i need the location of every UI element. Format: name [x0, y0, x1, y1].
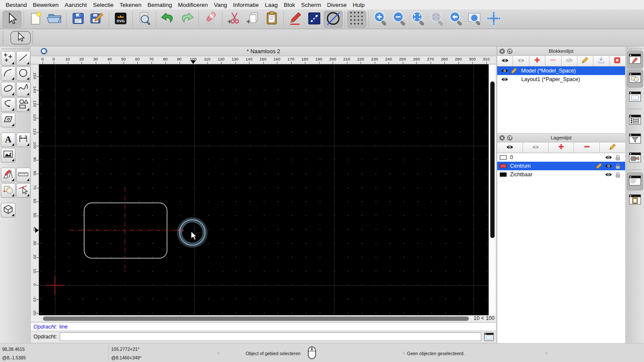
draw-order-button[interactable]: [324, 11, 343, 28]
document-titlebar[interactable]: * Naamloos 2: [31, 46, 496, 56]
shapes-tool-button[interactable]: [16, 97, 31, 112]
lock-icon[interactable]: [613, 154, 623, 161]
block-list-xbox-button[interactable]: [610, 56, 625, 66]
layer-list-eyegray-button[interactable]: [523, 142, 549, 153]
measure-tool-button[interactable]: [16, 168, 31, 182]
select-button[interactable]: [3, 11, 21, 28]
float-panel-button[interactable]: [507, 48, 513, 54]
grid-toggle-button[interactable]: [347, 11, 366, 28]
viewport-toggle-button[interactable]: [627, 149, 643, 167]
palette-handle[interactable]: [2, 48, 29, 49]
layer-list-pencil-button[interactable]: [600, 142, 625, 153]
line-attributes-button[interactable]: [305, 11, 324, 28]
zoom-in-button[interactable]: [371, 11, 390, 28]
zoom-out-button[interactable]: [390, 11, 409, 28]
lock-icon[interactable]: [613, 163, 623, 169]
pan-button[interactable]: [484, 11, 503, 28]
eye-icon[interactable]: [500, 68, 509, 73]
box3d-tool-button[interactable]: [1, 203, 15, 217]
line-tool-button[interactable]: [16, 51, 31, 66]
ellipse-tool-button[interactable]: [1, 82, 15, 97]
hatch-tool-button[interactable]: [1, 113, 15, 127]
vertical-scrollbar[interactable]: [489, 64, 495, 315]
horizontal-scrollbar-thumb[interactable]: [43, 317, 469, 321]
save-as-button[interactable]: [88, 11, 106, 28]
menu-modificeren[interactable]: Modificeren: [175, 2, 211, 8]
modify-delete-tool-button[interactable]: [16, 183, 31, 198]
vertical-scrollbar-thumb[interactable]: [490, 81, 495, 238]
layer-list-item[interactable]: Zichtbaar: [497, 170, 625, 179]
undo-button[interactable]: [158, 11, 177, 28]
command-window-toggle-button[interactable]: [627, 172, 643, 190]
menu-bemating[interactable]: Bemating: [144, 2, 175, 8]
menu-informatie[interactable]: Informatie: [230, 2, 262, 8]
sheet-toggle-button[interactable]: [627, 88, 643, 106]
menu-hulp[interactable]: Hulp: [349, 2, 368, 8]
arc-tool-button[interactable]: [1, 66, 15, 81]
paste-button[interactable]: [262, 11, 281, 28]
menu-blok[interactable]: Blok: [281, 2, 298, 8]
command-input[interactable]: [60, 332, 481, 341]
clipboard-panel-toggle-button[interactable]: [627, 191, 643, 209]
image-tool-button[interactable]: [1, 148, 15, 163]
open-drawing-button[interactable]: [45, 11, 64, 28]
attributes-button[interactable]: [286, 11, 305, 28]
redo-button[interactable]: [177, 11, 196, 28]
delete-button[interactable]: [201, 11, 220, 28]
eye-icon[interactable]: [500, 77, 509, 82]
text-tool-button[interactable]: A: [1, 133, 15, 147]
menu-selectie[interactable]: Selectie: [90, 2, 116, 8]
zoom-window-button[interactable]: [465, 11, 484, 28]
save-button[interactable]: [69, 11, 88, 28]
block-list-ab-button[interactable]: a|b: [562, 56, 577, 66]
float-panel-button[interactable]: [507, 135, 513, 141]
menu-laag[interactable]: Laag: [262, 2, 281, 8]
layer-list-item[interactable]: Centrum: [497, 162, 625, 170]
points-tool-button[interactable]: [1, 51, 15, 66]
menu-aanzicht[interactable]: Aanzicht: [62, 2, 90, 8]
eye-icon[interactable]: [604, 155, 613, 160]
eye-icon[interactable]: [604, 163, 613, 169]
zoom-selection-button[interactable]: [428, 11, 447, 28]
block-list-import-button[interactable]: [593, 56, 609, 66]
layer-list-plus-button[interactable]: [549, 142, 574, 153]
block-list-item[interactable]: Layout1 (*Paper_Space): [497, 75, 625, 84]
menu-scherm[interactable]: Scherm: [298, 2, 324, 8]
drawing-canvas[interactable]: [39, 64, 489, 315]
block-list-eye-button[interactable]: [497, 56, 513, 66]
svg-export-button[interactable]: SVG: [111, 11, 130, 28]
block-list-toggle-button[interactable]: [627, 112, 643, 130]
toolbar-handle[interactable]: [32, 31, 33, 44]
circle-tool-button[interactable]: [16, 66, 31, 81]
property-editor-toggle-button[interactable]: [627, 51, 643, 69]
block-list-pencil-button[interactable]: [577, 56, 593, 66]
layer-list-item[interactable]: 0: [497, 153, 625, 162]
menu-diverse[interactable]: Diverse: [324, 2, 350, 8]
menu-bestand[interactable]: Bestand: [3, 2, 30, 8]
close-panel-button[interactable]: [499, 48, 505, 54]
draw-order-tool-button[interactable]: [1, 183, 15, 198]
block-list-item[interactable]: Model (*Model_Space): [497, 66, 625, 75]
copy-button[interactable]: [243, 11, 262, 28]
new-drawing-button[interactable]: [26, 11, 45, 28]
zoom-auto-button[interactable]: [409, 11, 428, 28]
selection-pointer-button[interactable]: [10, 31, 31, 45]
layer-list-minus-button[interactable]: [574, 142, 600, 153]
draft-settings-tool-button[interactable]: [1, 168, 15, 182]
menu-bewerken[interactable]: Bewerken: [30, 2, 62, 8]
library-browser-toggle-button[interactable]: [627, 69, 643, 87]
layer-list-eye-button[interactable]: [497, 142, 523, 153]
cut-button[interactable]: [225, 11, 243, 28]
selection-filter-toggle-button[interactable]: [627, 130, 643, 148]
lock-icon[interactable]: [613, 172, 623, 178]
horizontal-scrollbar[interactable]: 10 < 100: [31, 315, 496, 322]
dock-handle[interactable]: [627, 48, 642, 49]
block-list-plus-button[interactable]: [529, 56, 545, 66]
spline-tool-button[interactable]: [16, 82, 31, 97]
eye-icon[interactable]: [604, 172, 613, 177]
menu-vang[interactable]: Vang: [211, 2, 230, 8]
close-panel-button[interactable]: [499, 135, 505, 141]
menu-tekenen[interactable]: Tekenen: [116, 2, 144, 8]
block-list-eyegray-button[interactable]: [513, 56, 529, 66]
zoom-previous-button[interactable]: [447, 11, 465, 28]
